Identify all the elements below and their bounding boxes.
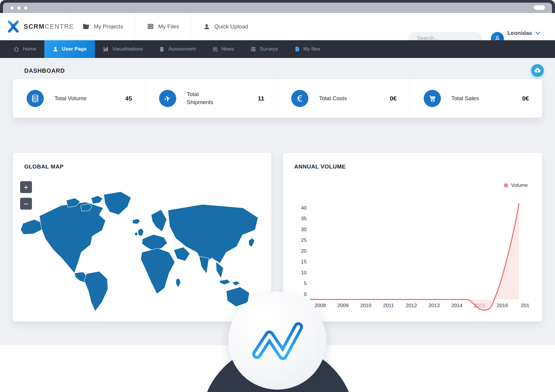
brand[interactable]: SCRMCENTRE xyxy=(7,13,74,40)
app-header: SCRMCENTRE My Projects My Files xyxy=(0,13,555,40)
window-dot xyxy=(11,7,14,9)
nav-label: Visualisations xyxy=(112,46,143,52)
stat-label: Total Volume xyxy=(54,95,91,103)
database-icon xyxy=(27,90,44,107)
map-zoom-out-button[interactable]: − xyxy=(20,198,32,210)
x-tick: 2011 xyxy=(383,303,394,308)
annual-volume-card: ANNUAL VOLUME Volume 40 35 30 25 20 15 1… xyxy=(283,153,542,321)
server-icon xyxy=(147,23,154,30)
x-tick: 201 xyxy=(521,303,529,308)
x-tick: 2010 xyxy=(360,303,371,308)
browser-chrome xyxy=(0,0,555,13)
world-map[interactable] xyxy=(18,178,266,314)
nav-label: Home xyxy=(23,46,36,52)
menu-label: My Files xyxy=(158,23,179,30)
nav-label: User Page xyxy=(62,46,86,52)
upload-icon xyxy=(203,23,210,30)
stat-value: 11 xyxy=(258,95,264,102)
legend-label: Volume xyxy=(511,182,528,188)
home-icon xyxy=(14,46,19,52)
stat-label: Total Costs xyxy=(319,95,356,103)
bar-chart-icon xyxy=(103,46,109,52)
menu-label: Quick Upload xyxy=(214,23,248,30)
nav-label: News xyxy=(221,46,234,52)
menu-my-projects[interactable]: My Projects xyxy=(70,13,135,40)
nav-home[interactable]: Home xyxy=(5,40,44,58)
user-name: Leonidas xyxy=(507,30,532,36)
list-icon xyxy=(250,46,256,52)
stat-label: Total Sales xyxy=(452,95,488,103)
stat-total-costs: € Total Costs 0€ xyxy=(277,79,410,118)
browser-titlebar xyxy=(3,3,552,13)
y-tick: 25 xyxy=(301,237,307,243)
stat-value: 45 xyxy=(125,95,132,102)
nav-surveys[interactable]: Surveys xyxy=(242,40,286,58)
volume-line xyxy=(310,204,519,310)
chart-legend[interactable]: Volume xyxy=(504,182,528,188)
window-dots xyxy=(11,7,27,9)
brand-text: SCRMCENTRE xyxy=(24,23,74,30)
y-tick: 15 xyxy=(301,259,307,265)
page-title: DASHBOARD xyxy=(24,67,65,74)
cart-icon xyxy=(424,90,441,107)
document-icon xyxy=(159,46,165,52)
menu-label: My Projects xyxy=(94,23,123,30)
nav-assessment[interactable]: Assessment xyxy=(151,40,204,58)
map-card-title: GLOBAL MAP xyxy=(24,163,64,170)
chart-badge xyxy=(228,291,326,390)
chevron-down-icon xyxy=(535,32,540,35)
y-tick: 40 xyxy=(301,205,307,211)
nav-label: Assessment xyxy=(168,46,196,52)
zigzag-chart-icon xyxy=(246,317,308,364)
y-tick: 5 xyxy=(304,281,307,286)
brand-light: CENTRE xyxy=(45,23,74,30)
nav-my-files[interactable]: My files xyxy=(286,40,329,58)
plane-icon: ✈ xyxy=(159,90,176,107)
y-tick: 35 xyxy=(301,216,307,221)
x-tick: 2012 xyxy=(406,303,417,308)
global-map-card: GLOBAL MAP + − xyxy=(13,153,271,321)
folder-icon xyxy=(82,23,90,30)
x-tick: 2008 xyxy=(315,303,326,308)
nav-visualisations[interactable]: Visualisations xyxy=(95,40,151,58)
nav-label: My files xyxy=(303,46,321,52)
menu-quick-upload[interactable]: Quick Upload xyxy=(191,13,260,40)
stat-label: Total Shipments xyxy=(187,90,224,106)
cloud-upload-icon xyxy=(534,67,541,74)
brand-bold: SCRM xyxy=(24,23,45,30)
main-nav: Home User Page Visualisations Assessment xyxy=(0,40,555,58)
x-tick: 2013 xyxy=(428,303,440,308)
stat-value: 0€ xyxy=(390,95,397,102)
chart-card-title: ANNUAL VOLUME xyxy=(294,163,346,170)
x-tick: 2016 xyxy=(497,303,508,308)
euro-icon: € xyxy=(291,90,308,107)
stat-value: 0€ xyxy=(522,95,529,102)
stat-total-volume: Total Volume 45 xyxy=(13,79,145,118)
cloud-upload-button[interactable] xyxy=(531,64,544,77)
map-zoom-in-button[interactable]: + xyxy=(20,181,32,193)
window-dot xyxy=(24,7,27,9)
y-tick: 20 xyxy=(301,248,307,254)
window-dot xyxy=(17,7,20,9)
y-tick: 10 xyxy=(301,270,307,276)
news-icon xyxy=(212,46,218,52)
y-tick: 0 xyxy=(304,291,307,297)
x-tick: 2014 xyxy=(451,303,462,308)
y-tick: 30 xyxy=(301,227,307,232)
stats-card: Total Volume 45 ✈ Total Shipments 11 € T… xyxy=(13,79,542,118)
nav-news[interactable]: News xyxy=(204,40,242,58)
menu-my-files[interactable]: My Files xyxy=(135,13,191,40)
window-control-pill xyxy=(534,5,545,10)
legend-dot xyxy=(504,183,508,187)
screen: SCRMCENTRE My Projects My Files xyxy=(0,0,555,392)
header-menu: My Projects My Files Quick Upload xyxy=(70,13,260,40)
volume-area xyxy=(466,204,519,310)
stat-total-shipments: ✈ Total Shipments 11 xyxy=(145,79,278,118)
annual-volume-chart: 40 35 30 25 20 15 10 5 0 2008 2009 2010 … xyxy=(292,197,534,315)
nav-user-page[interactable]: User Page xyxy=(44,40,95,58)
user-icon xyxy=(53,46,58,52)
x-tick: 2009 xyxy=(337,303,349,308)
file-icon xyxy=(295,46,300,52)
stat-total-sales: Total Sales 0€ xyxy=(410,79,542,118)
nav-label: Surveys xyxy=(260,46,278,52)
